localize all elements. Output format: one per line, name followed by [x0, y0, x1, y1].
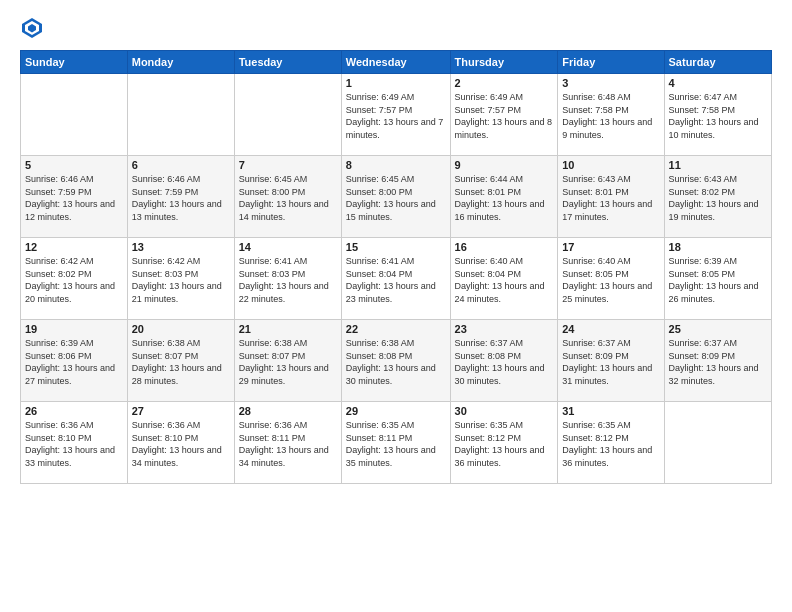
day-info: Sunrise: 6:42 AMSunset: 8:02 PMDaylight:… — [25, 255, 123, 305]
day-info: Sunrise: 6:45 AMSunset: 8:00 PMDaylight:… — [239, 173, 337, 223]
day-info: Sunrise: 6:35 AMSunset: 8:11 PMDaylight:… — [346, 419, 446, 469]
calendar-cell: 20 Sunrise: 6:38 AMSunset: 8:07 PMDaylig… — [127, 320, 234, 402]
day-number: 17 — [562, 241, 659, 253]
day-info: Sunrise: 6:40 AMSunset: 8:04 PMDaylight:… — [455, 255, 554, 305]
calendar-week-3: 19 Sunrise: 6:39 AMSunset: 8:06 PMDaylig… — [21, 320, 772, 402]
day-info: Sunrise: 6:47 AMSunset: 7:58 PMDaylight:… — [669, 91, 767, 141]
day-info: Sunrise: 6:36 AMSunset: 8:10 PMDaylight:… — [132, 419, 230, 469]
calendar-cell: 26 Sunrise: 6:36 AMSunset: 8:10 PMDaylig… — [21, 402, 128, 484]
day-info: Sunrise: 6:35 AMSunset: 8:12 PMDaylight:… — [562, 419, 659, 469]
calendar-body: 1 Sunrise: 6:49 AMSunset: 7:57 PMDayligh… — [21, 74, 772, 484]
day-info: Sunrise: 6:43 AMSunset: 8:01 PMDaylight:… — [562, 173, 659, 223]
logo — [20, 16, 48, 40]
calendar-cell: 1 Sunrise: 6:49 AMSunset: 7:57 PMDayligh… — [341, 74, 450, 156]
calendar-cell: 3 Sunrise: 6:48 AMSunset: 7:58 PMDayligh… — [558, 74, 664, 156]
calendar-cell: 13 Sunrise: 6:42 AMSunset: 8:03 PMDaylig… — [127, 238, 234, 320]
day-number: 8 — [346, 159, 446, 171]
calendar-cell: 16 Sunrise: 6:40 AMSunset: 8:04 PMDaylig… — [450, 238, 558, 320]
calendar-cell: 10 Sunrise: 6:43 AMSunset: 8:01 PMDaylig… — [558, 156, 664, 238]
calendar-cell: 27 Sunrise: 6:36 AMSunset: 8:10 PMDaylig… — [127, 402, 234, 484]
day-info: Sunrise: 6:37 AMSunset: 8:09 PMDaylight:… — [669, 337, 767, 387]
day-number: 31 — [562, 405, 659, 417]
weekday-header-tuesday: Tuesday — [234, 51, 341, 74]
day-info: Sunrise: 6:39 AMSunset: 8:06 PMDaylight:… — [25, 337, 123, 387]
weekday-header-sunday: Sunday — [21, 51, 128, 74]
calendar-cell: 19 Sunrise: 6:39 AMSunset: 8:06 PMDaylig… — [21, 320, 128, 402]
day-number: 22 — [346, 323, 446, 335]
day-number: 25 — [669, 323, 767, 335]
day-number: 14 — [239, 241, 337, 253]
day-number: 1 — [346, 77, 446, 89]
day-number: 18 — [669, 241, 767, 253]
weekday-header-saturday: Saturday — [664, 51, 771, 74]
calendar-week-0: 1 Sunrise: 6:49 AMSunset: 7:57 PMDayligh… — [21, 74, 772, 156]
day-info: Sunrise: 6:41 AMSunset: 8:04 PMDaylight:… — [346, 255, 446, 305]
day-info: Sunrise: 6:36 AMSunset: 8:11 PMDaylight:… — [239, 419, 337, 469]
calendar-week-4: 26 Sunrise: 6:36 AMSunset: 8:10 PMDaylig… — [21, 402, 772, 484]
day-number: 11 — [669, 159, 767, 171]
day-number: 27 — [132, 405, 230, 417]
calendar-cell: 7 Sunrise: 6:45 AMSunset: 8:00 PMDayligh… — [234, 156, 341, 238]
calendar-cell: 30 Sunrise: 6:35 AMSunset: 8:12 PMDaylig… — [450, 402, 558, 484]
day-info: Sunrise: 6:44 AMSunset: 8:01 PMDaylight:… — [455, 173, 554, 223]
weekday-header-thursday: Thursday — [450, 51, 558, 74]
day-number: 10 — [562, 159, 659, 171]
day-info: Sunrise: 6:38 AMSunset: 8:07 PMDaylight:… — [132, 337, 230, 387]
calendar-cell: 12 Sunrise: 6:42 AMSunset: 8:02 PMDaylig… — [21, 238, 128, 320]
day-number: 7 — [239, 159, 337, 171]
day-info: Sunrise: 6:40 AMSunset: 8:05 PMDaylight:… — [562, 255, 659, 305]
day-number: 2 — [455, 77, 554, 89]
day-number: 23 — [455, 323, 554, 335]
calendar-cell: 22 Sunrise: 6:38 AMSunset: 8:08 PMDaylig… — [341, 320, 450, 402]
day-number: 28 — [239, 405, 337, 417]
day-info: Sunrise: 6:49 AMSunset: 7:57 PMDaylight:… — [455, 91, 554, 141]
calendar-cell: 5 Sunrise: 6:46 AMSunset: 7:59 PMDayligh… — [21, 156, 128, 238]
calendar-week-2: 12 Sunrise: 6:42 AMSunset: 8:02 PMDaylig… — [21, 238, 772, 320]
calendar-cell: 23 Sunrise: 6:37 AMSunset: 8:08 PMDaylig… — [450, 320, 558, 402]
day-number: 20 — [132, 323, 230, 335]
day-number: 16 — [455, 241, 554, 253]
calendar-cell: 29 Sunrise: 6:35 AMSunset: 8:11 PMDaylig… — [341, 402, 450, 484]
day-info: Sunrise: 6:41 AMSunset: 8:03 PMDaylight:… — [239, 255, 337, 305]
day-number: 26 — [25, 405, 123, 417]
day-info: Sunrise: 6:43 AMSunset: 8:02 PMDaylight:… — [669, 173, 767, 223]
day-number: 9 — [455, 159, 554, 171]
day-number: 12 — [25, 241, 123, 253]
weekday-header-friday: Friday — [558, 51, 664, 74]
day-info: Sunrise: 6:37 AMSunset: 8:09 PMDaylight:… — [562, 337, 659, 387]
day-number: 13 — [132, 241, 230, 253]
calendar-cell: 28 Sunrise: 6:36 AMSunset: 8:11 PMDaylig… — [234, 402, 341, 484]
day-info: Sunrise: 6:46 AMSunset: 7:59 PMDaylight:… — [25, 173, 123, 223]
calendar-cell: 14 Sunrise: 6:41 AMSunset: 8:03 PMDaylig… — [234, 238, 341, 320]
day-info: Sunrise: 6:38 AMSunset: 8:07 PMDaylight:… — [239, 337, 337, 387]
day-info: Sunrise: 6:35 AMSunset: 8:12 PMDaylight:… — [455, 419, 554, 469]
page: SundayMondayTuesdayWednesdayThursdayFrid… — [0, 0, 792, 612]
calendar-cell: 8 Sunrise: 6:45 AMSunset: 8:00 PMDayligh… — [341, 156, 450, 238]
calendar-cell — [234, 74, 341, 156]
weekday-header-monday: Monday — [127, 51, 234, 74]
weekday-row: SundayMondayTuesdayWednesdayThursdayFrid… — [21, 51, 772, 74]
calendar-cell: 18 Sunrise: 6:39 AMSunset: 8:05 PMDaylig… — [664, 238, 771, 320]
calendar-cell: 15 Sunrise: 6:41 AMSunset: 8:04 PMDaylig… — [341, 238, 450, 320]
header — [20, 16, 772, 40]
calendar-cell — [664, 402, 771, 484]
calendar-cell: 4 Sunrise: 6:47 AMSunset: 7:58 PMDayligh… — [664, 74, 771, 156]
calendar-cell: 21 Sunrise: 6:38 AMSunset: 8:07 PMDaylig… — [234, 320, 341, 402]
calendar-cell: 24 Sunrise: 6:37 AMSunset: 8:09 PMDaylig… — [558, 320, 664, 402]
day-info: Sunrise: 6:37 AMSunset: 8:08 PMDaylight:… — [455, 337, 554, 387]
calendar-cell: 31 Sunrise: 6:35 AMSunset: 8:12 PMDaylig… — [558, 402, 664, 484]
day-info: Sunrise: 6:48 AMSunset: 7:58 PMDaylight:… — [562, 91, 659, 141]
logo-icon — [20, 16, 44, 40]
day-info: Sunrise: 6:42 AMSunset: 8:03 PMDaylight:… — [132, 255, 230, 305]
day-number: 30 — [455, 405, 554, 417]
calendar-cell: 11 Sunrise: 6:43 AMSunset: 8:02 PMDaylig… — [664, 156, 771, 238]
calendar-cell: 6 Sunrise: 6:46 AMSunset: 7:59 PMDayligh… — [127, 156, 234, 238]
day-number: 21 — [239, 323, 337, 335]
calendar-header: SundayMondayTuesdayWednesdayThursdayFrid… — [21, 51, 772, 74]
calendar-week-1: 5 Sunrise: 6:46 AMSunset: 7:59 PMDayligh… — [21, 156, 772, 238]
day-number: 4 — [669, 77, 767, 89]
calendar-cell — [127, 74, 234, 156]
calendar-cell — [21, 74, 128, 156]
calendar: SundayMondayTuesdayWednesdayThursdayFrid… — [20, 50, 772, 484]
calendar-cell: 9 Sunrise: 6:44 AMSunset: 8:01 PMDayligh… — [450, 156, 558, 238]
